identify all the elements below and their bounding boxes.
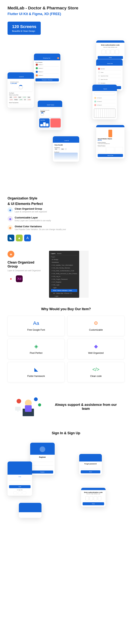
org-heading-1: Organization Style: [8, 196, 124, 200]
platform-icons: ◣ ▲ A: [8, 234, 124, 241]
android-icon: ▲: [16, 234, 23, 241]
svg-rect-2: [25, 405, 32, 412]
phone-auth-code: Enter authentication code Enter the 4 di…: [81, 488, 106, 507]
layers-icon: ◈: [8, 207, 13, 212]
screens-badge: 120 Screens Beautiful & Clean Design: [8, 22, 41, 35]
product-title: MediLab - Doctor & Pharmacy Store: [8, 6, 124, 10]
gear-icon: ⚙: [70, 320, 122, 326]
figma-icon: ●: [8, 276, 14, 282]
feature-customizable: ◆ Customizable Layer Every Layer are Cus…: [8, 216, 124, 222]
support-section: Always support & assistence from our tea…: [8, 394, 124, 420]
feature-colors: ◉ Global Color Variations Use Popular Co…: [8, 225, 124, 231]
clean-group-title: Clean Organized Group: [8, 260, 41, 268]
phone-forgot: Forgot password Send: [79, 454, 102, 475]
phone-auth: Enter authentication code Enter the 4 di…: [96, 40, 124, 60]
phone-register: Register Register: [30, 443, 55, 475]
svg-point-4: [34, 398, 38, 401]
why-card-pixel: ◈Pixel Perfect: [8, 339, 65, 359]
stack-icon: ◆: [8, 216, 13, 222]
why-card-customizable: ⚙Customizable: [67, 316, 124, 336]
svg-point-3: [17, 399, 21, 404]
auth-done-button: Done: [98, 56, 123, 59]
figma-canvas: [79, 251, 89, 298]
organization-section: Organization Style & UI Elements Perfect…: [8, 196, 124, 241]
phone-dashboard: ←Covid-19 742,176,495 Top Regions USA•In…: [53, 136, 79, 162]
code-icon: </>: [70, 366, 122, 372]
org-heading-2: & UI Elements Perfect: [8, 202, 124, 206]
phone-cart: ←Shopping Cart3 Home Shipping Medicine 1…: [34, 54, 60, 83]
why-title: Why Would you Buy Our Item?: [8, 307, 124, 311]
auth-title: Enter authentication code: [98, 44, 123, 46]
palette-icon: ◉: [8, 225, 13, 230]
appstore-icon: A: [24, 234, 31, 241]
flutter-icon: ◣: [8, 234, 14, 241]
badge-count: 120 Screens: [12, 24, 36, 29]
figma-layers-panel: Layers Assets Pages UI Design Guidelines…: [49, 251, 79, 298]
badge-tagline: Beautiful & Clean Design: [12, 30, 36, 32]
support-text: Always support & assistence from our tea…: [51, 403, 121, 411]
group-icon: ◈: [8, 251, 14, 258]
phone-tracker: ←Health Tracker Blood Pressure Level 130…: [38, 100, 62, 130]
phone-search: ←Search Dr. Result 1 Dr. Result 2 Dr. Re…: [92, 84, 117, 119]
product-subtitle: Flutter UI Kit & Figma, XD (FREE): [8, 12, 124, 16]
pixel-icon: ◈: [10, 344, 62, 349]
signin-section: Sign In & Sign Up Register Register Emai…: [8, 431, 124, 533]
why-card-code: </>Clean code: [67, 362, 124, 382]
feature-clean-group: ◈ Clean Organized Group Layer & componen…: [8, 207, 124, 213]
svg-point-5: [38, 404, 41, 406]
phone-product: Terra Fit Biotin Vitamin $24.99 Product …: [96, 125, 124, 158]
support-illustration: [11, 394, 45, 420]
font-icon: Aa: [10, 320, 62, 326]
phone-login: Email Login Or, login with:: [8, 462, 32, 496]
why-card-organized: ◆Well Organized: [67, 339, 124, 359]
phone-extra: [19, 503, 41, 518]
signin-title: Sign In & Sign Up: [8, 431, 124, 435]
why-section: Why Would you Buy Our Item? AaFree Googl…: [8, 307, 124, 382]
stack-icon: ◆: [70, 344, 122, 349]
figma-section: ◈ Clean Organized Group Layer & Componen…: [8, 251, 124, 298]
why-card-flutter: ◣Flutter framework: [8, 362, 65, 382]
phones-showcase: Enter authentication code Enter the 4 di…: [8, 40, 124, 191]
flutter-icon: ◣: [10, 366, 62, 372]
xd-icon: Xd: [16, 276, 23, 282]
svg-rect-6: [15, 407, 21, 410]
phone-covid: ←Covid-19 Vaccination program 7,234,083 …: [8, 72, 34, 108]
why-card-font: AaFree Google Font: [8, 316, 65, 336]
